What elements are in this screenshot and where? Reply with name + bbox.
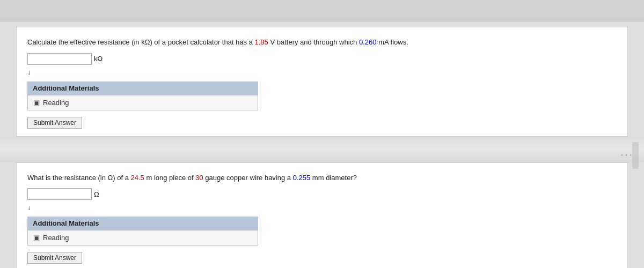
page-wrapper: Calculate the effective resistance (in k… — [0, 0, 644, 268]
q1-highlight1-unit: V — [270, 38, 275, 46]
scrollbar-thumb[interactable] — [632, 142, 639, 169]
q2-additional-materials-label: Additional Materials — [33, 219, 99, 227]
question2-text: What is the resistance (in Ω) of a 24.5 … — [27, 173, 617, 183]
q2-text-before: What is the resistance (in Ω) of a — [27, 174, 131, 182]
q1-highlight1-value: 1.85 — [255, 38, 268, 46]
q2-additional-materials-header: Additional Materials — [27, 217, 258, 230]
q2-reading-row[interactable]: ▣ Reading — [27, 230, 258, 245]
top-bar — [0, 0, 644, 21]
q1-reading-label: Reading — [43, 99, 69, 107]
q2-highlight3-value: 0.255 — [293, 174, 311, 182]
q1-highlight2-value: 0.260 — [359, 38, 377, 46]
q2-highlight1-unit: m — [146, 174, 152, 182]
q2-highlight3-unit: mm — [312, 174, 324, 182]
q2-highlight1-value: 24.5 — [131, 174, 144, 182]
q1-answer-input[interactable] — [27, 53, 92, 65]
q2-input-row: Ω — [27, 188, 617, 200]
q2-text-after: diameter? — [324, 174, 357, 182]
q1-highlight2-unit: mA — [378, 38, 389, 46]
q1-text-middle: battery and through which — [275, 38, 359, 46]
q2-text-middle2: gauge copper wire having a — [203, 174, 293, 182]
q2-text-middle1: long piece of — [152, 174, 195, 182]
q2-submit-row: Submit Answer — [27, 252, 617, 264]
q1-reading-icon: ▣ — [33, 99, 40, 107]
q2-arrow-icon: ↓ — [27, 203, 617, 211]
q1-arrow-icon: ↓ — [27, 68, 617, 76]
q2-reading-label: Reading — [43, 234, 69, 242]
q1-input-row: kΩ — [27, 53, 617, 65]
q1-additional-materials-header: Additional Materials — [27, 81, 258, 95]
separator: • • • — [0, 137, 644, 162]
scroll-dots: • • • — [621, 152, 632, 158]
question-block-2: What is the resistance (in Ω) of a 24.5 … — [16, 162, 628, 269]
q2-answer-input[interactable] — [27, 188, 92, 200]
q1-text-before: Calculate the effective resistance (in k… — [27, 38, 255, 46]
question1-text: Calculate the effective resistance (in k… — [27, 37, 617, 48]
q1-text-after: flows. — [389, 38, 408, 46]
q2-highlight2-value: 30 — [195, 174, 203, 182]
q1-reading-row[interactable]: ▣ Reading — [27, 95, 258, 110]
q1-submit-button[interactable]: Submit Answer — [27, 117, 82, 129]
q2-unit-label: Ω — [94, 190, 99, 198]
q2-submit-button[interactable]: Submit Answer — [27, 252, 82, 264]
q1-unit-label: kΩ — [94, 55, 103, 63]
question-block-1: Calculate the effective resistance (in k… — [16, 27, 628, 137]
q2-reading-icon: ▣ — [33, 234, 40, 242]
q1-additional-materials-label: Additional Materials — [33, 84, 99, 92]
q1-submit-row: Submit Answer — [27, 117, 617, 129]
